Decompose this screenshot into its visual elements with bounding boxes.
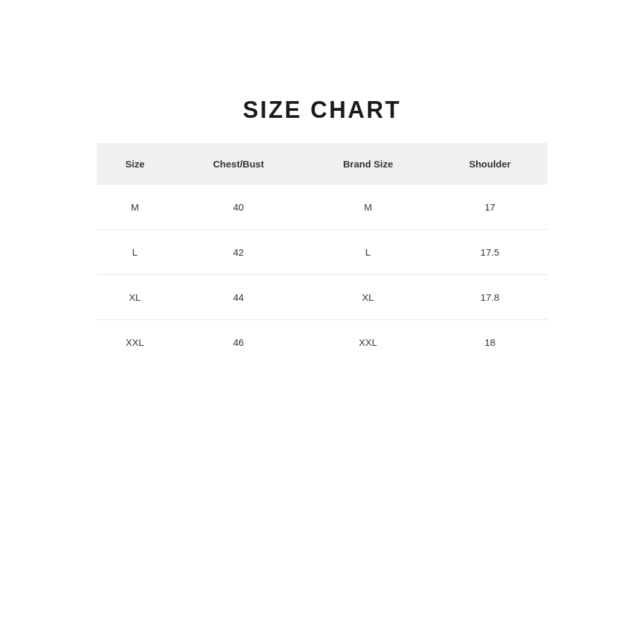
cell-row2-col0: XL bbox=[97, 275, 173, 320]
cell-row0-col2: M bbox=[304, 185, 433, 230]
col-header-shoulder: Shoulder bbox=[432, 143, 547, 185]
cell-row2-col1: 44 bbox=[173, 275, 304, 320]
table-body: M40M17L42L17.5XL44XL17.8XXL46XXL18 bbox=[97, 185, 547, 365]
cell-row0-col0: M bbox=[97, 185, 173, 230]
cell-row1-col1: 42 bbox=[173, 230, 304, 275]
cell-row2-col3: 17.8 bbox=[432, 275, 547, 320]
col-header-brand-size: Brand Size bbox=[304, 143, 433, 185]
col-header-size: Size bbox=[97, 143, 173, 185]
cell-row3-col3: 18 bbox=[432, 320, 547, 365]
cell-row1-col3: 17.5 bbox=[432, 230, 547, 275]
table-row: XXL46XXL18 bbox=[97, 320, 547, 365]
cell-row1-col2: L bbox=[304, 230, 433, 275]
size-table: Size Chest/Bust Brand Size Shoulder M40M… bbox=[97, 143, 547, 365]
cell-row3-col1: 46 bbox=[173, 320, 304, 365]
cell-row3-col0: XXL bbox=[97, 320, 173, 365]
cell-row0-col3: 17 bbox=[432, 185, 547, 230]
cell-row0-col1: 40 bbox=[173, 185, 304, 230]
cell-row3-col2: XXL bbox=[304, 320, 433, 365]
page-title: SIZE CHART bbox=[97, 97, 547, 124]
size-chart-container: SIZE CHART Size Chest/Bust Brand Size Sh… bbox=[97, 97, 547, 365]
table-row: XL44XL17.8 bbox=[97, 275, 547, 320]
table-row: L42L17.5 bbox=[97, 230, 547, 275]
cell-row1-col0: L bbox=[97, 230, 173, 275]
col-header-chest: Chest/Bust bbox=[173, 143, 304, 185]
table-row: M40M17 bbox=[97, 185, 547, 230]
cell-row2-col2: XL bbox=[304, 275, 433, 320]
table-header-row: Size Chest/Bust Brand Size Shoulder bbox=[97, 143, 547, 185]
